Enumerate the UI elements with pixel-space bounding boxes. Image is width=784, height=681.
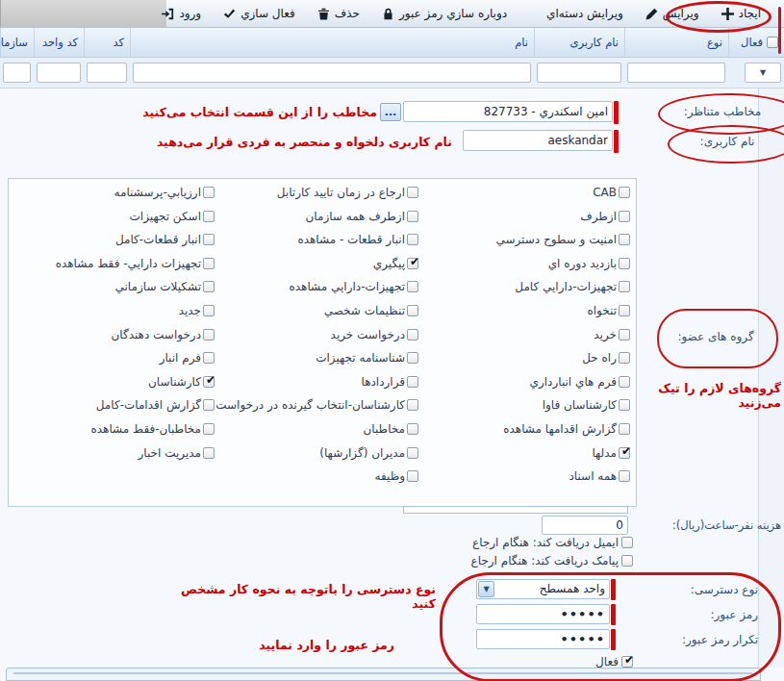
username-input[interactable] [463, 130, 613, 151]
group-checkbox[interactable] [203, 423, 215, 435]
group-item: اسكن تجهيزات [16, 207, 215, 231]
group-checkbox[interactable] [203, 211, 215, 222]
toolbar-button-delete[interactable]: حذف [310, 4, 367, 23]
grid-filter-row [0, 58, 784, 88]
group-checkbox[interactable] [407, 470, 418, 482]
dropdown-arrow-icon[interactable] [478, 581, 494, 597]
group-item: مخاطبان-فقط مشاهده [16, 419, 215, 443]
contact-hint-annotation: مخاطب را از این قسمت انتخاب می‌کنید [115, 105, 377, 119]
group-checkbox[interactable] [407, 305, 418, 316]
group-item: مدلها [418, 443, 630, 467]
filter-input-organization[interactable] [3, 63, 31, 83]
group-checkbox[interactable] [203, 234, 215, 245]
group-checkbox[interactable] [407, 423, 418, 435]
group-checkbox[interactable] [619, 211, 630, 222]
group-label: تنظيمات شخصي [324, 304, 405, 319]
select-all-checkbox[interactable] [767, 37, 778, 48]
column-header-unit-code[interactable]: کد واحد [34, 28, 84, 57]
password-repeat-input[interactable] [476, 629, 610, 649]
filter-input-type[interactable] [627, 63, 725, 83]
column-header-name[interactable]: نام [130, 28, 534, 57]
filter-input-unit-code[interactable] [37, 63, 81, 83]
group-item: ارجاع در زمان تاييد كارتابل [215, 183, 418, 207]
check-icon [223, 8, 236, 20]
group-label: وظيفه [375, 469, 405, 485]
group-label: تجهيزات-دارايي مشاهده [290, 280, 406, 295]
toolbar-button-batch-edit[interactable]: ويرايش دسته‌اي [521, 4, 631, 23]
bottom-panel [6, 668, 761, 681]
password-repeat-label: تکرار رمز عبور: [633, 633, 758, 646]
group-checkbox[interactable] [407, 211, 418, 222]
toolbar-button-activate[interactable]: فعال سازي [215, 4, 303, 23]
column-header-active[interactable]: فعال [728, 28, 784, 57]
group-checkbox[interactable] [203, 399, 215, 411]
group-label: تجهيزات دارايي- فقط مشاهده [56, 257, 201, 272]
group-checkbox[interactable] [203, 376, 215, 388]
group-checkbox[interactable] [203, 447, 215, 459]
group-checkbox[interactable] [407, 352, 418, 364]
group-checkbox[interactable] [619, 329, 630, 340]
group-checkbox[interactable] [203, 352, 215, 364]
group-checkbox[interactable] [619, 258, 630, 269]
toolbar-button-edit[interactable]: ويرايش [638, 4, 707, 23]
active-checkbox[interactable] [621, 656, 633, 668]
contact-lookup-button[interactable]: ... [380, 103, 401, 121]
annotation-bar-username [614, 130, 619, 153]
filter-input-code[interactable] [87, 63, 127, 83]
group-label: تجهيزات-دارايي كامل [515, 280, 617, 295]
group-label: درخواست خريد [331, 328, 405, 343]
group-label: قراردادها [362, 375, 406, 391]
group-checkbox[interactable] [407, 329, 418, 340]
group-checkbox[interactable] [619, 305, 630, 316]
group-checkbox[interactable] [619, 352, 630, 364]
group-item: مخاطبان [215, 419, 418, 443]
column-header-code[interactable]: کد [84, 28, 130, 57]
group-checkbox[interactable] [407, 399, 418, 411]
password-input[interactable] [476, 604, 610, 624]
filter-select-active[interactable] [745, 63, 781, 83]
contact-input[interactable] [403, 101, 613, 122]
toolbar-button-login[interactable]: ورود [154, 4, 209, 23]
group-checkbox[interactable] [407, 234, 418, 245]
group-checkbox[interactable] [203, 305, 215, 316]
sms-notify-checkbox[interactable] [621, 555, 633, 567]
group-checkbox[interactable] [203, 258, 215, 269]
group-checkbox[interactable] [619, 447, 630, 459]
access-type-select[interactable]: واحد همسطح [476, 579, 610, 599]
group-label: جديد [179, 304, 201, 319]
toolbar-button-label: ايجاد [739, 7, 761, 20]
sms-notify-row: پيامک دريافت كند: هنگام ارجاع [385, 554, 633, 568]
group-checkbox[interactable] [203, 187, 215, 198]
filter-cell-organization [0, 58, 34, 88]
column-header-username[interactable]: نام کاربری [534, 28, 624, 57]
group-checkbox[interactable] [407, 187, 418, 198]
group-checkbox[interactable] [407, 258, 418, 269]
group-checkbox[interactable] [203, 281, 215, 292]
cost-input[interactable] [542, 516, 628, 535]
filter-input-name[interactable] [133, 63, 531, 83]
email-notify-checkbox[interactable] [621, 537, 633, 548]
group-label: درخواست دهندگان [111, 328, 201, 343]
sms-notify-label: پيامک دريافت كند: هنگام ارجاع [471, 554, 619, 568]
group-checkbox[interactable] [619, 423, 630, 435]
group-item: CAB [418, 183, 630, 207]
trash-icon [317, 8, 330, 20]
group-checkbox[interactable] [203, 329, 215, 340]
group-checkbox[interactable] [619, 187, 630, 198]
group-label: انبار قطعات - مشاهده [297, 233, 405, 248]
column-header-label: سازمان [0, 36, 28, 49]
toolbar-button-create[interactable]: ايجاد [714, 4, 769, 23]
toolbar-button-reset-password[interactable]: دوباره سازي رمز عبور [374, 4, 515, 23]
group-checkbox[interactable] [407, 376, 418, 388]
column-header-type[interactable]: نوع [624, 28, 728, 57]
group-checkbox[interactable] [619, 234, 630, 245]
group-checkbox[interactable] [407, 281, 418, 292]
group-item: تنظيمات شخصي [215, 301, 418, 325]
group-checkbox[interactable] [619, 470, 630, 482]
toolbar-button-label: ورود [179, 7, 201, 20]
column-header-organization[interactable]: سازمان [0, 28, 34, 57]
group-checkbox[interactable] [619, 281, 630, 292]
group-checkbox[interactable] [407, 447, 418, 459]
filter-input-username[interactable] [537, 63, 621, 83]
cost-label: هزينه نفر-ساعت(ريال): [664, 518, 781, 532]
